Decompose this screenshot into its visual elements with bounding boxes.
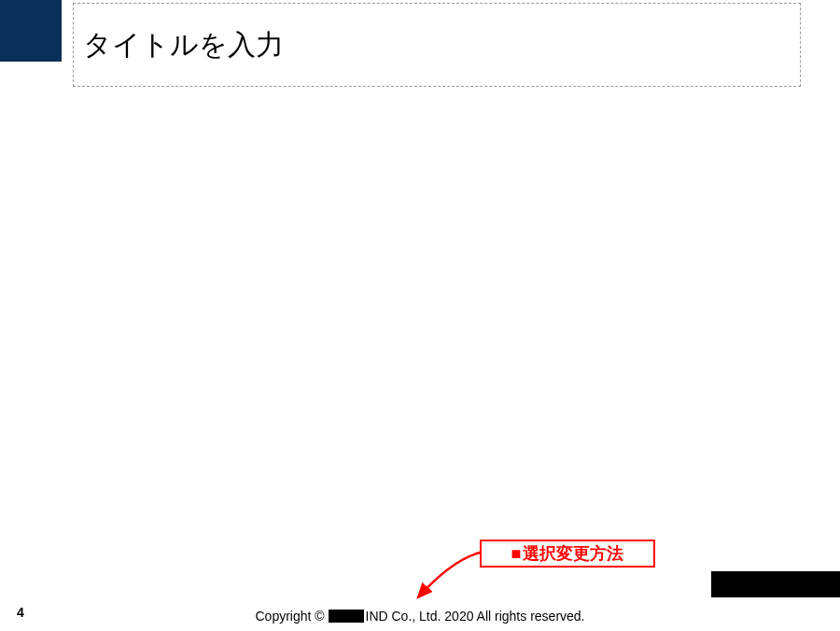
callout-box: ■選択変更方法 bbox=[480, 540, 655, 568]
title-placeholder-box[interactable]: タイトルを入力 bbox=[73, 3, 801, 87]
title-placeholder-text: タイトルを入力 bbox=[83, 26, 284, 64]
copyright-text: Copyright © IND Co., Ltd. 2020 All right… bbox=[0, 609, 840, 624]
copyright-suffix: IND Co., Ltd. 2020 All rights reserved. bbox=[366, 609, 585, 624]
copyright-prefix: Copyright © bbox=[255, 609, 328, 624]
callout-label: 選択変更方法 bbox=[523, 542, 623, 565]
callout-marker: ■ bbox=[511, 544, 522, 564]
header-accent-block bbox=[0, 0, 62, 62]
footer-right-block bbox=[711, 571, 840, 597]
redacted-block bbox=[329, 610, 364, 623]
callout-arrow-icon bbox=[405, 541, 489, 607]
